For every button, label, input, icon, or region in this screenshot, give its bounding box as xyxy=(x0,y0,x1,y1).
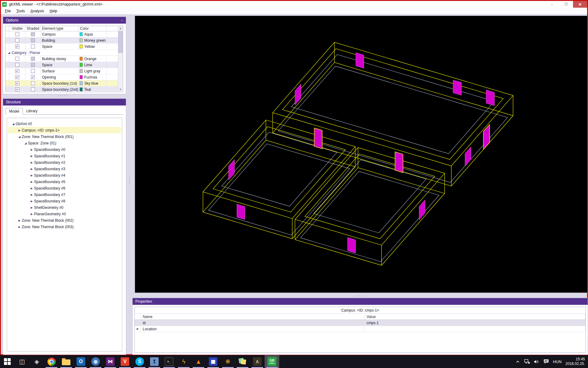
color-cell[interactable]: Aqua xyxy=(79,31,107,37)
volume-icon[interactable] xyxy=(534,359,539,364)
command-prompt[interactable]: >_ xyxy=(162,355,176,368)
element-type-row-surface[interactable]: ✓SurfaceLight gray xyxy=(6,68,123,74)
tree-item-zone-new-thermal-block-002[interactable]: ▶Zone: New Thermal Block (002) xyxy=(8,217,121,224)
tree-item-zone-new-thermal-block-003[interactable]: ▶Zone: New Thermal Block (003) xyxy=(8,224,121,230)
color-cell[interactable]: Yellow xyxy=(79,44,107,49)
expand-triangle-icon[interactable]: ▶ xyxy=(29,167,34,171)
arrow-launcher-app[interactable]: ↥ xyxy=(147,355,162,368)
archicad-app[interactable]: ∧ xyxy=(250,355,265,368)
floppy-save-app[interactable]: ▦ xyxy=(206,355,221,368)
visible-checkbox[interactable]: ✓ xyxy=(15,81,19,85)
menu-item-tools[interactable]: Tools xyxy=(13,8,28,14)
viewport-splitter-handle[interactable]: ····· xyxy=(355,295,365,297)
minimize-button[interactable]: – xyxy=(545,1,559,8)
tree-item-spaceboundary-0[interactable]: ▶SpaceBoundary #0 xyxy=(8,146,121,153)
element-type-row-space[interactable]: ✓SpaceYellow xyxy=(6,44,123,50)
scrollbar-thumb[interactable] xyxy=(119,31,123,53)
column-header-color[interactable]: Color xyxy=(79,26,107,31)
sticky-notes-app[interactable] xyxy=(235,355,250,368)
menu-item-help[interactable]: Help xyxy=(47,8,60,14)
outlook-app[interactable]: O xyxy=(74,355,88,368)
task-view-button[interactable]: ◫ xyxy=(15,355,29,368)
expand-triangle-icon[interactable]: ▶ xyxy=(29,180,34,183)
element-type-row-campus[interactable]: CampusAqua xyxy=(6,31,123,37)
element-type-row-building[interactable]: BuildingMoney green xyxy=(6,37,123,44)
color-swatch[interactable] xyxy=(80,87,83,91)
scroll-up-icon[interactable]: ∧ xyxy=(118,26,123,31)
color-cell[interactable]: Money green xyxy=(79,37,107,43)
element-type-row-space[interactable]: SpaceLime xyxy=(6,62,123,68)
element-type-row-opening[interactable]: ✓✓OpeningFuchsia xyxy=(6,74,123,80)
gbxml-viewer-app[interactable]: GB<XML> xyxy=(265,355,279,368)
expanded-triangle-icon[interactable]: ◢ xyxy=(8,51,10,54)
color-swatch[interactable] xyxy=(80,32,83,36)
tree-item-spaceboundary-3[interactable]: ▶SpaceBoundary #3 xyxy=(8,166,121,172)
collapse-triangle-icon[interactable]: ◢ xyxy=(17,135,22,138)
tree-item-spaceboundary-7[interactable]: ▶SpaceBoundary #7 xyxy=(8,191,121,198)
property-row-id[interactable]: idcmps-1 xyxy=(135,320,586,326)
visible-checkbox[interactable]: ✓ xyxy=(15,69,19,73)
browser-globe-app[interactable]: ◉ xyxy=(88,355,103,368)
shaded-checkbox[interactable]: ✓ xyxy=(31,75,35,79)
expand-triangle-icon[interactable]: ▶ xyxy=(29,200,34,203)
menu-item-file[interactable]: File xyxy=(2,8,13,14)
language-indicator[interactable]: HUN xyxy=(553,359,561,364)
visual-studio-app[interactable]: ⋈ xyxy=(103,355,118,368)
column-header-element-type[interactable]: Element type xyxy=(41,26,79,31)
close-button[interactable]: ✕ xyxy=(573,1,587,8)
color-swatch[interactable] xyxy=(80,75,83,79)
tree-item-spaceboundary-4[interactable]: ▶SpaceBoundary #4 xyxy=(8,172,121,178)
expand-triangle-icon[interactable]: ▶ xyxy=(17,219,22,222)
color-cell[interactable]: Orange xyxy=(79,56,107,62)
visible-checkbox[interactable]: ✓ xyxy=(15,44,19,48)
restore-button[interactable]: ❐ xyxy=(559,1,573,8)
visible-checkbox[interactable] xyxy=(15,32,19,36)
tab-model[interactable]: Model xyxy=(6,108,23,115)
options-collapse-button[interactable]: – xyxy=(121,18,123,23)
tree-item-spaceboundary-5[interactable]: ▶SpaceBoundary #5 xyxy=(8,178,121,185)
color-swatch[interactable] xyxy=(80,63,83,67)
collapse-triangle-icon[interactable]: ◢ xyxy=(11,122,16,125)
color-cell[interactable]: Sky blue xyxy=(79,80,107,86)
expand-triangle-icon[interactable]: ▶ xyxy=(17,129,22,132)
tree-item-spaceboundary-2[interactable]: ▶SpaceBoundary #2 xyxy=(8,159,121,166)
expand-triangle-icon[interactable]: ▶ xyxy=(29,155,34,158)
tree-item-spaceboundary-8[interactable]: ▶SpaceBoundary #8 xyxy=(8,198,121,204)
expand-triangle-icon[interactable]: ▶ xyxy=(29,148,34,151)
winamp-app[interactable]: ϟ xyxy=(176,355,191,368)
network-icon[interactable] xyxy=(524,359,530,364)
column-header-shaded[interactable]: Shaded xyxy=(25,26,41,31)
color-cell[interactable]: Light gray xyxy=(79,68,107,74)
scroll-down-icon[interactable]: ∨ xyxy=(118,87,123,92)
shaded-checkbox[interactable] xyxy=(31,69,35,73)
color-swatch[interactable] xyxy=(80,69,83,73)
tree-item-space-zone-01[interactable]: ◢Space: Zone (01) xyxy=(8,140,121,146)
chrome-browser[interactable] xyxy=(44,355,59,368)
tab-library[interactable]: Library xyxy=(23,108,41,114)
name-column-header[interactable]: Name xyxy=(141,314,365,320)
start-button[interactable] xyxy=(0,355,15,368)
clock[interactable]: 15:45 2016.02.25. xyxy=(566,357,585,366)
unity-app[interactable]: ◈ xyxy=(29,355,44,368)
element-type-row-space-boundary-1st-[interactable]: ✓Space boundary (1st)Sky blue xyxy=(6,80,123,86)
tree-item-shellgeometry-0[interactable]: ▶ShellGeometry #0 xyxy=(8,204,121,211)
visible-checkbox[interactable]: ✓ xyxy=(15,75,19,79)
panel-splitter-handle[interactable]: ····· xyxy=(58,94,68,96)
color-swatch[interactable] xyxy=(80,57,83,61)
column-header-visible[interactable]: Visible xyxy=(9,26,25,31)
color-swatch[interactable] xyxy=(80,44,83,48)
visible-checkbox[interactable] xyxy=(15,63,19,67)
tree-item-spaceboundary-1[interactable]: ▶SpaceBoundary #1 xyxy=(8,153,121,159)
vertical-splitter-handle[interactable] xyxy=(128,177,131,184)
skype-app[interactable]: S xyxy=(132,355,147,368)
options-scrollbar[interactable]: ∧ ∨ xyxy=(118,26,123,92)
vivaldi-browser[interactable]: V xyxy=(118,355,132,368)
element-type-row-space-boundary-2nd-[interactable]: ✓Space boundary (2nd)Teal xyxy=(6,86,123,93)
color-swatch[interactable] xyxy=(80,81,83,85)
property-row-location[interactable]: ▶Location xyxy=(135,326,586,332)
vlc-player[interactable]: ▲ xyxy=(191,355,206,368)
visible-checkbox[interactable] xyxy=(15,38,19,42)
expand-triangle-icon[interactable]: ▶ xyxy=(29,206,34,209)
shaded-checkbox[interactable] xyxy=(31,87,35,91)
paint-palette-app[interactable]: ❋ xyxy=(221,355,235,368)
